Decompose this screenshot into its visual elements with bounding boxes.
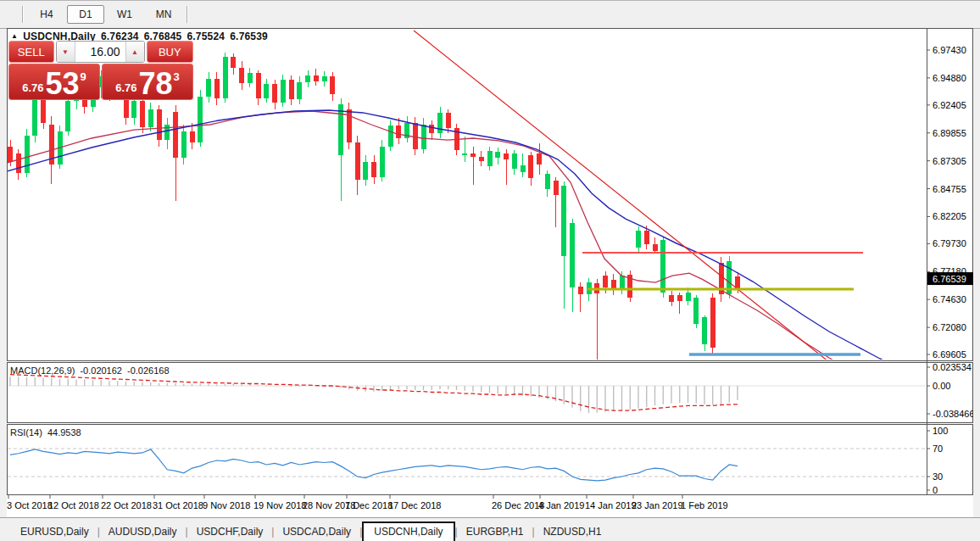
candle-body [322,76,327,81]
candle-body [686,293,691,301]
volume-decrease-button[interactable]: ▼ [57,42,75,62]
macd-indicator-label: MACD(12,26,9) -0.020162 -0.026168 [10,365,170,376]
candle-body [437,113,443,134]
chevron-up-icon: ▲ [131,48,138,56]
candle-body [264,84,269,98]
candle-body [396,125,401,137]
tab-usdchf-daily[interactable]: USDCHF,Daily [188,522,272,541]
toolbar-divider [187,6,188,23]
date-axis-label: 23 Jan 2019 [632,500,683,510]
date-axis-label: 7 Dec 2018 [345,500,393,510]
timeframe-w1[interactable]: W1 [106,5,143,24]
price-axis-label: 6.82205 [933,211,966,221]
candle-body [355,142,360,180]
tab-nzdusd-h1[interactable]: NZDUSD,H1 [535,522,610,541]
chart-collapse-icon[interactable]: ▲ [11,32,18,40]
tab-audusd-daily[interactable]: AUDUSD,Daily [100,522,186,541]
price-axis-label: 6.74630 [933,294,966,304]
date-axis-label: 12 Oct 2018 [48,500,99,510]
candle-body [644,231,649,243]
sell-price-big: 53 [46,71,80,97]
candle-body [570,223,575,287]
ohlc-close: 6.76539 [230,31,268,42]
candle-body [239,68,244,83]
buy-price-pip: 3 [174,70,180,83]
macd-axis-label: 0.00 [933,381,950,391]
macd-axis-label: 0.023534 [933,362,972,372]
candle-body [578,287,583,294]
volume-increase-button[interactable]: ▲ [125,42,144,62]
price-axis-label: 6.89855 [933,128,966,138]
candle-body [181,131,187,158]
candle-body [421,125,426,148]
candle-body [388,125,393,147]
candle-body [32,97,37,136]
date-axis-label: 1 Feb 2019 [681,500,728,510]
candle-body [164,125,170,140]
candle-body [198,97,203,142]
rsi-axis-label: 0 [933,485,938,495]
candle-body [41,98,46,122]
date-axis-label: 9 Nov 2018 [203,500,250,510]
sell-button[interactable]: SELL [8,41,54,63]
macd-name: MACD(12,26,9) [10,365,75,376]
sell-price-prefix: 6.76 [22,81,43,94]
candle-body [554,181,559,195]
buy-button[interactable]: BUY [147,41,193,63]
rsi-axis-label: 30 [933,471,943,482]
tab-usdcnh-daily[interactable]: USDCNH,Daily [362,521,454,541]
price-axis-label: 6.84755 [933,184,966,194]
candle-body [231,57,236,68]
candle-body [495,152,500,157]
candle-body [512,153,517,169]
volume-input[interactable]: 16.00 [75,42,125,62]
timeframe-h4[interactable]: H4 [28,5,65,24]
candle-body [603,276,608,287]
candle-body [446,113,451,128]
candle-body [528,155,533,178]
rsi-axis-label: 70 [933,443,943,454]
price-axis-label: 6.69605 [933,349,966,360]
macd-value-signal: -0.026168 [127,365,170,376]
candle-body [380,147,385,177]
macd-value-main: -0.020162 [80,365,122,376]
date-axis-label: 4 Jan 2019 [538,500,584,510]
candle-body [710,298,716,348]
candle-body [347,109,352,142]
date-axis-label: 22 Oct 2018 [101,500,152,510]
tab-usdcad-daily[interactable]: USDCAD,Daily [274,522,359,541]
tab-eurgbp-h1[interactable]: EURGBP,H1 [458,522,532,541]
candle-body [545,174,550,189]
date-axis-label: 14 Jan 2019 [585,500,637,510]
volume-control: ▼ 16.00 ▲ [56,41,145,63]
rsi-axis-label: 100 [933,426,948,436]
buy-price-panel[interactable]: 6.76 78 3 [102,64,193,100]
price-chart-canvas[interactable]: 6.974306.948806.924056.898556.873056.847… [7,28,973,517]
terminal-window: H4D1W1MN 6.974306.948806.924056.898556.8… [0,0,980,541]
candle-body [636,231,641,247]
timeframe-d1[interactable]: D1 [67,5,104,24]
timeframe-mn[interactable]: MN [145,5,182,24]
candle-body [248,73,253,83]
candle-body [281,80,286,103]
toolbar-divider [22,6,24,23]
candle-body [148,109,153,127]
chevron-down-icon: ▼ [62,48,69,56]
candle-body [429,125,434,133]
sell-price-panel[interactable]: 6.76 53 9 [8,64,100,100]
candle-body [289,80,294,99]
price-axis-label: 6.72080 [933,322,966,332]
price-axis-label: 6.87305 [933,156,966,166]
tab-eurusd-daily[interactable]: EURUSD,Daily [12,522,97,541]
buy-price-big: 78 [139,71,173,97]
candle-body [413,123,418,149]
date-axis-label: 3 Oct 2018 [7,500,53,510]
candle-body [677,295,682,300]
price-axis-label: 6.97430 [933,45,966,55]
candle-body [214,79,220,98]
price-axis-label: 6.94880 [933,73,966,83]
candle-body [65,101,70,131]
candle-body [314,75,319,81]
chart-window: 6.974306.948806.924056.898556.873056.847… [7,28,973,517]
rsi-name: RSI(14) [10,427,42,438]
